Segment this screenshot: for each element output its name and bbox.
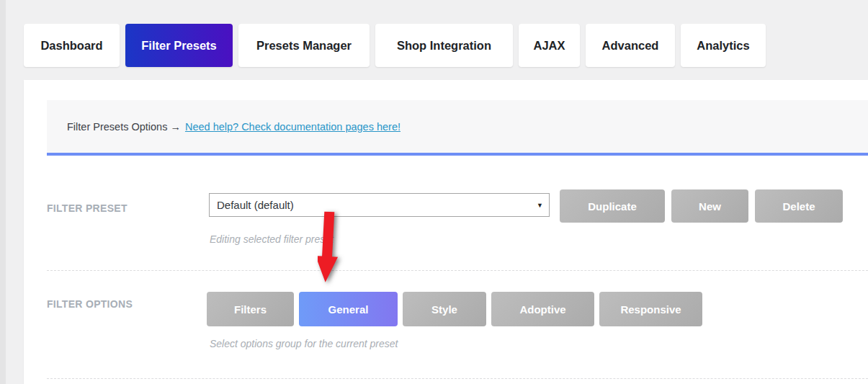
documentation-link[interactable]: Need help? Check documentation pages her… xyxy=(185,121,401,133)
filter-presets-panel: Filter Presets Options → Need help? Chec… xyxy=(24,80,868,384)
options-hint: Select options group for the current pre… xyxy=(210,338,398,349)
top-tab-bar: Dashboard Filter Presets Presets Manager… xyxy=(24,24,766,67)
preset-select[interactable]: Default (default) xyxy=(209,193,550,217)
preset-select-wrap: Default (default) ▼ xyxy=(209,193,550,217)
left-edge-strip xyxy=(0,0,6,384)
filter-preset-label: FILTER PRESET xyxy=(47,202,127,214)
dashed-divider xyxy=(47,270,868,271)
tab-dashboard[interactable]: Dashboard xyxy=(24,24,120,67)
tab-analytics[interactable]: Analytics xyxy=(681,24,766,67)
tab-presets-manager[interactable]: Presets Manager xyxy=(238,24,370,67)
tab-ajax[interactable]: AJAX xyxy=(519,24,580,67)
help-bar: Filter Presets Options → Need help? Chec… xyxy=(47,100,868,156)
group-button-filters[interactable]: Filters xyxy=(207,292,294,326)
tab-shop-integration[interactable]: Shop Integration xyxy=(375,24,513,67)
group-button-general[interactable]: General xyxy=(299,292,398,326)
tab-advanced[interactable]: Advanced xyxy=(586,24,675,67)
new-button[interactable]: New xyxy=(671,189,748,223)
group-button-responsive[interactable]: Responsive xyxy=(599,292,702,326)
help-bar-text: Filter Presets Options → xyxy=(67,121,181,133)
tab-filter-presets[interactable]: Filter Presets xyxy=(125,24,233,67)
preset-action-buttons: Duplicate New Delete xyxy=(560,189,843,223)
preset-hint: Editing selected filter preset xyxy=(210,233,334,245)
options-group-buttons: Filters General Style Adoptive Responsiv… xyxy=(207,292,702,326)
group-button-style[interactable]: Style xyxy=(403,292,486,326)
filter-options-label: FILTER OPTIONS xyxy=(47,298,133,310)
duplicate-button[interactable]: Duplicate xyxy=(560,189,665,223)
delete-button[interactable]: Delete xyxy=(755,189,843,223)
dashed-divider xyxy=(47,378,868,379)
group-button-adoptive[interactable]: Adoptive xyxy=(491,292,594,326)
